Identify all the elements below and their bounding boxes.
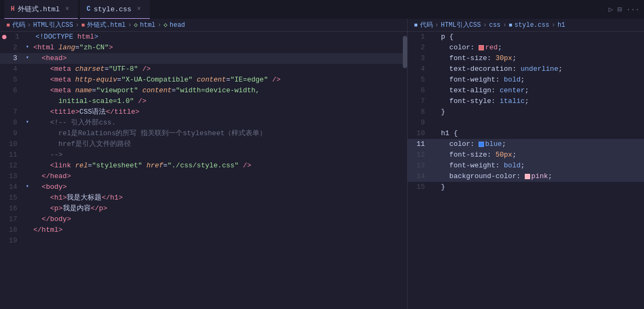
breadcrumb-section: HTML引入CSS bbox=[33, 20, 73, 30]
breadcrumb-elem1-label: html bbox=[140, 21, 156, 29]
html-line-11: 11 --> bbox=[0, 150, 407, 160]
breadcrumb-elem2: ◇ bbox=[164, 21, 168, 29]
html-line-9: 9 rel是Relations的所写 指关联到一个stylesheet（样式表单… bbox=[0, 128, 407, 139]
html-code-area[interactable]: 1 <!DOCTYPE html> 2 ▾ <html lang="zh-CN"… bbox=[0, 32, 407, 309]
html-icon: H bbox=[11, 5, 15, 13]
tab-css-label: style.css bbox=[93, 5, 131, 13]
color-swatch-pink bbox=[525, 174, 530, 179]
css-line-9: 9 bbox=[408, 117, 644, 128]
breadcrumb-css-file: style.css bbox=[515, 21, 549, 29]
breadcrumb-css-elem: h1 bbox=[558, 21, 565, 29]
breadcrumb-html-file-icon: ■ bbox=[6, 22, 10, 28]
breadcrumb-folder: 代码 bbox=[12, 20, 25, 30]
run-button[interactable]: ▷ bbox=[609, 5, 613, 14]
tab-css[interactable]: C style.css × bbox=[80, 0, 149, 19]
dot-1 bbox=[2, 35, 6, 39]
html-line-8: 8 ▾ <!-- 引入外部css. bbox=[0, 117, 407, 128]
breadcrumb-css-subsection: css bbox=[489, 21, 501, 29]
toolbar-icons: ▷ ⊟ ··· bbox=[609, 5, 640, 14]
html-line-10: 10 href是引入文件的路径 bbox=[0, 139, 407, 150]
breadcrumb-file-icon2: ■ bbox=[81, 22, 85, 28]
more-button[interactable]: ··· bbox=[626, 5, 640, 14]
html-line-14: 14 ▾ <body> bbox=[0, 182, 407, 193]
breadcrumb-file: 外链式.html bbox=[87, 20, 126, 30]
css-line-7: 7 font-style: italic; bbox=[408, 96, 644, 107]
breadcrumb-css-folder: 代码 bbox=[420, 20, 433, 30]
css-line-3: 3 font-size: 30px; bbox=[408, 53, 644, 64]
css-line-4: 4 text-decoration: underline; bbox=[408, 64, 644, 75]
html-line-7: 7 <title>CSS语法</title> bbox=[0, 107, 407, 117]
html-editor-pane: ■ 代码 › HTML引入CSS › ■ 外链式.html › ◇ html ›… bbox=[0, 19, 408, 309]
html-line-13: 13 </head> bbox=[0, 171, 407, 182]
html-breadcrumb: ■ 代码 › HTML引入CSS › ■ 外链式.html › ◇ html ›… bbox=[0, 19, 407, 32]
css-line-11: 11 color: blue; bbox=[408, 139, 644, 150]
html-line-1: 1 <!DOCTYPE html> bbox=[0, 32, 407, 42]
tab-css-close[interactable]: × bbox=[135, 5, 143, 13]
css-line-12: 12 font-size: 50px; bbox=[408, 150, 644, 160]
css-line-6: 6 text-align: center; bbox=[408, 85, 644, 96]
css-line-13: 13 font-weight: bold; bbox=[408, 160, 644, 171]
html-line-5: 5 <meta http-equiv="X-UA-Compatible" con… bbox=[0, 75, 407, 85]
css-line-15: 15 } bbox=[408, 182, 644, 193]
html-line-12: 12 <link rel="stylesheet" href="./css/st… bbox=[0, 160, 407, 171]
html-line-6: 6 <meta name="viewport" content="width=d… bbox=[0, 85, 407, 107]
tab-html[interactable]: H 外链式.html × bbox=[4, 0, 78, 19]
css-line-5: 5 font-weight: bold; bbox=[408, 75, 644, 85]
css-breadcrumb: ■ 代码 › HTML引入CSS › css › ■ style.css › h… bbox=[408, 19, 644, 32]
html-line-15: 15 <h1>我是大标题</h1> bbox=[0, 193, 407, 203]
css-line-14: 14 background-color: pink; bbox=[408, 171, 644, 182]
layout-button[interactable]: ⊟ bbox=[617, 5, 621, 14]
color-swatch-red bbox=[479, 45, 484, 50]
breadcrumb-css-icon2: ■ bbox=[509, 22, 512, 28]
editor-area: ■ 代码 › HTML引入CSS › ■ 外链式.html › ◇ html ›… bbox=[0, 19, 644, 309]
breadcrumb-css-file-icon: ■ bbox=[414, 22, 418, 28]
html-line-3: 3 ▾ <head> bbox=[0, 53, 407, 64]
breadcrumb-css-section: HTML引入CSS bbox=[441, 20, 481, 30]
css-code-area[interactable]: 1 p { 2 color: red; 3 font-size: 30px; bbox=[408, 32, 644, 309]
color-swatch-blue bbox=[479, 142, 484, 147]
tab-html-label: 外链式.html bbox=[18, 4, 60, 14]
tab-html-close[interactable]: × bbox=[63, 5, 71, 13]
css-line-10: 10 h1 { bbox=[408, 128, 644, 139]
css-line-1: 1 p { bbox=[408, 32, 644, 42]
css-icon: C bbox=[86, 5, 90, 13]
title-bar: H 外链式.html × C style.css × ▷ ⊟ ··· bbox=[0, 0, 644, 19]
html-line-18: 18 </html> bbox=[0, 225, 407, 236]
html-line-16: 16 <p>我是内容</p> bbox=[0, 203, 407, 214]
html-line-4: 4 <meta charset="UTF-8" /> bbox=[0, 64, 407, 75]
html-line-17: 17 </body> bbox=[0, 214, 407, 225]
breadcrumb-elem2-label: head bbox=[170, 21, 185, 29]
css-line-8: 8 } bbox=[408, 107, 644, 117]
breadcrumb-elem1: ◇ bbox=[134, 21, 138, 29]
css-editor-pane: ■ 代码 › HTML引入CSS › css › ■ style.css › h… bbox=[408, 19, 644, 309]
html-line-19: 19 bbox=[0, 236, 407, 246]
css-line-2: 2 color: red; bbox=[408, 42, 644, 53]
html-line-2: 2 ▾ <html lang="zh-CN"> bbox=[0, 42, 407, 53]
